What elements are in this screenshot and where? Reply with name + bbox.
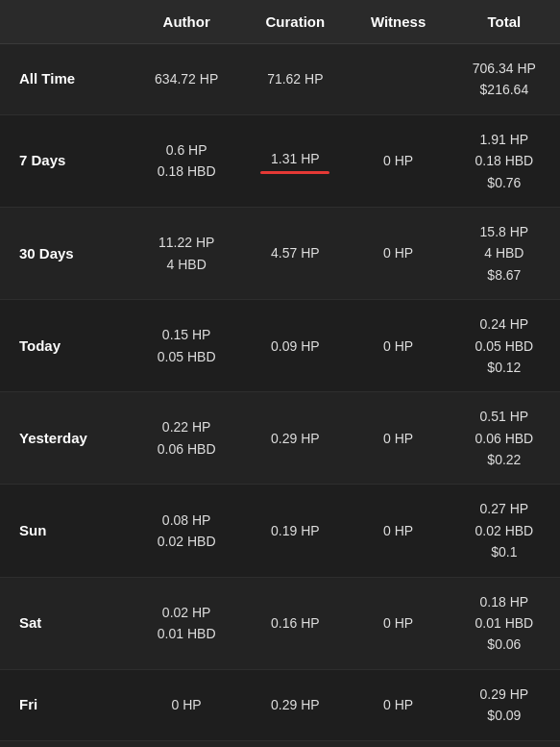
total-value: 0.24 HP0.05 HBD$0.12: [449, 300, 560, 392]
row-label: Sun: [0, 485, 131, 577]
table-row: Thu0 HP0.17 HP0 HP0.17 HP$0.05: [0, 740, 560, 747]
witness-value: 0 HP: [348, 577, 448, 669]
curation-value: 0.17 HP: [242, 740, 348, 747]
table-row: 7 Days0.6 HP0.18 HBD1.31 HP0 HP1.91 HP0.…: [0, 114, 560, 207]
table-row: All Time634.72 HP71.62 HP706.34 HP$216.6…: [0, 44, 560, 115]
total-value: 0.17 HP$0.05: [449, 740, 560, 747]
table-row: Sun0.08 HP0.02 HBD0.19 HP0 HP0.27 HP0.02…: [0, 485, 560, 577]
author-value: 0 HP: [131, 740, 242, 747]
author-value: 0.08 HP0.02 HBD: [131, 485, 242, 577]
author-value: 0.15 HP0.05 HBD: [131, 300, 242, 392]
table-row: Today0.15 HP0.05 HBD0.09 HP0 HP0.24 HP0.…: [0, 300, 560, 392]
curation-value: 0.29 HP: [242, 392, 348, 485]
total-value: 0.29 HP$0.09: [449, 669, 560, 740]
curation-value: 71.62 HP: [242, 44, 348, 115]
total-value: 706.34 HP$216.64: [449, 44, 560, 115]
rewards-table: Author Curation Witness Total All Time63…: [0, 0, 560, 747]
curation-value: 4.57 HP: [242, 207, 348, 299]
author-value: 634.72 HP: [131, 44, 242, 115]
witness-value: 0 HP: [348, 485, 448, 577]
total-value: 0.27 HP0.02 HBD$0.1: [449, 485, 560, 577]
table-header-row: Author Curation Witness Total: [0, 0, 560, 44]
table-row: Yesterday0.22 HP0.06 HBD0.29 HP0 HP0.51 …: [0, 392, 560, 485]
curation-value: 0.29 HP: [242, 669, 348, 740]
table-row: 30 Days11.22 HP4 HBD4.57 HP0 HP15.8 HP4 …: [0, 207, 560, 299]
curation-value: 1.31 HP: [242, 114, 348, 207]
header-witness: Witness: [348, 0, 448, 44]
table-row: Sat0.02 HP0.01 HBD0.16 HP0 HP0.18 HP0.01…: [0, 577, 560, 669]
witness-value: [348, 44, 448, 115]
witness-value: 0 HP: [348, 669, 448, 740]
row-label: Thu: [0, 740, 131, 747]
table-row: Fri0 HP0.29 HP0 HP0.29 HP$0.09: [0, 669, 560, 740]
header-total: Total: [449, 0, 560, 44]
row-label: Today: [0, 300, 131, 392]
total-value: 0.18 HP0.01 HBD$0.06: [449, 577, 560, 669]
row-label: 7 Days: [0, 114, 131, 207]
witness-value: 0 HP: [348, 207, 448, 299]
curation-value: 0.09 HP: [242, 300, 348, 392]
author-value: 11.22 HP4 HBD: [131, 207, 242, 299]
witness-value: 0 HP: [348, 114, 448, 207]
witness-value: 0 HP: [348, 300, 448, 392]
total-value: 1.91 HP0.18 HBD$0.76: [449, 114, 560, 207]
author-value: 0 HP: [131, 669, 242, 740]
author-value: 0.22 HP0.06 HBD: [131, 392, 242, 485]
header-period: [0, 0, 131, 44]
total-value: 0.51 HP0.06 HBD$0.22: [449, 392, 560, 485]
curation-value: 0.19 HP: [242, 485, 348, 577]
header-author: Author: [131, 0, 242, 44]
row-label: Fri: [0, 669, 131, 740]
header-curation: Curation: [242, 0, 348, 44]
total-value: 15.8 HP4 HBD$8.67: [449, 207, 560, 299]
row-label: 30 Days: [0, 207, 131, 299]
row-label: Yesterday: [0, 392, 131, 485]
witness-value: 0 HP: [348, 740, 448, 747]
rewards-table-container: Author Curation Witness Total All Time63…: [0, 0, 560, 747]
author-value: 0.6 HP0.18 HBD: [131, 114, 242, 207]
author-value: 0.02 HP0.01 HBD: [131, 577, 242, 669]
row-label: Sat: [0, 577, 131, 669]
row-label: All Time: [0, 44, 131, 115]
curation-value: 0.16 HP: [242, 577, 348, 669]
witness-value: 0 HP: [348, 392, 448, 485]
